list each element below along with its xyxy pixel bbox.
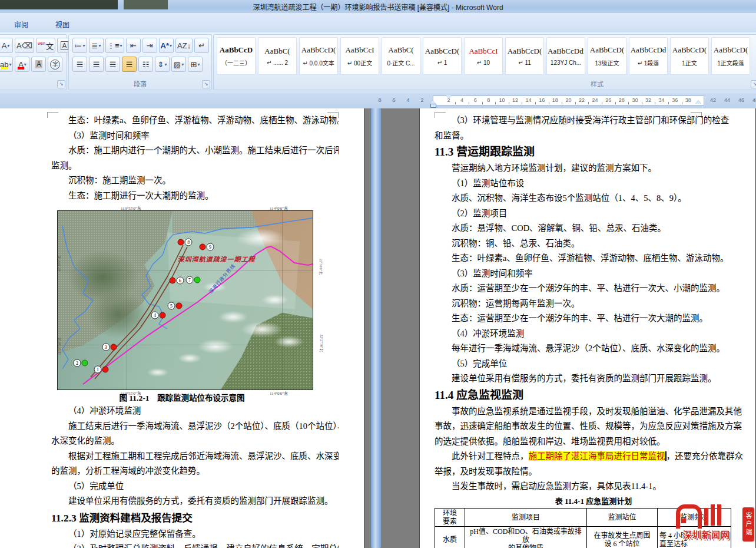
- styles-group: AaBbCcD（一二三）AaBbC(↵ ...... 2AaBbCcD(↵ 0.…: [213, 34, 756, 90]
- highlight-color-icon[interactable]: ab▾: [0, 57, 13, 72]
- align-right-icon[interactable]: ☰: [105, 57, 120, 72]
- watermark-client-badge: 客户端: [742, 507, 755, 542]
- increase-indent-icon[interactable]: ⇥: [142, 38, 157, 53]
- phonetic-guide-icon[interactable]: wén文: [36, 38, 55, 53]
- sort-icon[interactable]: AZ↓: [175, 38, 193, 53]
- station-marker-3: [110, 344, 117, 350]
- paragraph-dialog-launcher[interactable]: ↘: [202, 80, 210, 88]
- heading-line: 11.3 营运期跟踪监测: [435, 143, 752, 161]
- table-header: 环境 要素: [435, 508, 465, 526]
- ruler-number: 42: [710, 97, 716, 103]
- font-color-icon[interactable]: A▾: [15, 57, 29, 72]
- style-item-1[interactable]: AaBbCcD（一二三）: [217, 37, 256, 75]
- ruler-number: 20: [565, 97, 571, 103]
- style-item-8[interactable]: AaBbCcD(↵ 11: [505, 37, 544, 75]
- map-project-label: 深圳湾航道疏浚一期工程: [178, 254, 256, 263]
- style-item-7[interactable]: AaBbCcI↵ 10: [464, 37, 503, 75]
- style-item-5[interactable]: AaBbC(0-正文 C...: [382, 37, 420, 75]
- map-latitude-label: 22°27'30"北: [319, 335, 324, 352]
- paragraph-group-label: 段落: [69, 79, 211, 88]
- page-left[interactable]: 生态：叶绿素a、鱼卵仔鱼、浮游植物、浮游动物、底栖生物、游泳动物。（3）监测时间…: [0, 108, 364, 548]
- line-spacing-icon[interactable]: ⇕▾: [155, 57, 170, 72]
- ribbon-tab-row: 审阅 视图: [0, 13, 756, 32]
- style-item-11[interactable]: AaBbCcDd↵ 1段落: [629, 37, 668, 75]
- text-line: （4）冲淤环境监测: [435, 326, 752, 342]
- style-item-9[interactable]: AaBbCcDdI123YJ Ch...: [546, 37, 585, 75]
- map-latitude-label: 22°27'30"北: [57, 338, 62, 355]
- ruler-number: 34: [659, 97, 665, 103]
- first-line-indent-marker[interactable]: [446, 95, 452, 99]
- style-item-12[interactable]: AaBbCcD(1正文: [670, 37, 709, 75]
- change-case-icon[interactable]: A▾: [0, 38, 13, 53]
- station-marker-5: [176, 302, 183, 309]
- word-window: 深圳湾航道疏浚工程（一期）环境影响报告书送审稿 [兼容模式] - Microso…: [0, 0, 756, 548]
- ruler-number: 8: [378, 97, 381, 103]
- text-line: 水质：施工期内进行一个潮期的大、小潮监测。施工结束后进行一次后评估: [51, 143, 339, 159]
- ribbon: A▾A⌫wén文A ab▾A▾A字 ↘ ≔▾≣▾⋮≡▾⇤⇥A*▾AZ↓↵ ☰☰☰…: [0, 32, 756, 93]
- watermark-logo-icon: [704, 504, 721, 526]
- text-line: 水深变化的监测。: [51, 434, 339, 449]
- character-shading-icon[interactable]: A: [31, 57, 46, 72]
- style-item-13[interactable]: AaBbCcD(1正文段落: [711, 37, 750, 75]
- styles-group-label: 样式: [591, 79, 604, 88]
- station-number-2: 2: [73, 359, 81, 367]
- ruler-number: 32: [645, 97, 651, 103]
- style-item-3[interactable]: AaBbCcD(↵ 0.0.0文本: [299, 37, 338, 75]
- page-right[interactable]: （3）环境管理与监测情况应随时接受海洋行政主管部门和环保部门的检查和监督。11.…: [419, 108, 756, 548]
- watermark-logo-icon: [676, 504, 702, 529]
- bullets-icon[interactable]: ≔▾: [72, 38, 87, 53]
- station-number-1: 1: [94, 366, 101, 374]
- decrease-indent-icon[interactable]: ⇤: [126, 38, 141, 53]
- justify-icon[interactable]: ☰: [122, 57, 137, 72]
- clear-formatting-icon[interactable]: A⌫: [15, 38, 34, 53]
- style-item-10[interactable]: AaBbCcD(13级正文: [588, 37, 626, 75]
- text-line: 沉积物：施工期监测一次。: [51, 173, 339, 189]
- multilevel-list-icon[interactable]: ⋮≡▾: [105, 38, 124, 53]
- paragraph-group: ≔▾≣▾⋮≡▾⇤⇥A*▾AZ↓↵ ☰☰☰☰☷⇕▾▨▾⊞▾ 段落 ↘: [68, 34, 212, 90]
- text-line: （3）环境管理与监测情况应随时接受海洋行政主管部门和环保部门的检查: [435, 113, 752, 128]
- align-center-icon[interactable]: ☰: [89, 57, 104, 72]
- tab-view[interactable]: 视图: [51, 18, 74, 31]
- style-item-4[interactable]: AaBbCcI↵ 00正文: [340, 37, 379, 75]
- text-line: 每年进行一季海域海流、悬浮泥沙（2个站位）、底质、水深变化的监测。: [435, 341, 752, 356]
- show-marks-icon[interactable]: ↵: [194, 38, 209, 53]
- figure-caption: 图 11.2-1 跟踪监测站位布设示意图: [0, 391, 364, 403]
- distributed-icon[interactable]: ☷: [138, 57, 153, 72]
- font-group: A▾A⌫wén文A ab▾A▾A字 ↘: [0, 34, 67, 90]
- numbering-icon[interactable]: ≣▾: [89, 38, 104, 53]
- station-number-8: 8: [185, 239, 193, 246]
- ruler-number: 26: [605, 97, 611, 103]
- font-dialog-launcher[interactable]: ↘: [57, 80, 65, 88]
- text-line: 水质：运营期至少在一个潮汐年的丰、平、枯进行一次大、小潮的监测。: [435, 281, 752, 296]
- text-line: 生态：叶绿素a、鱼卵仔鱼、浮游植物、浮游动物、底栖生物、游泳动物。: [435, 251, 752, 266]
- tab-review[interactable]: 审阅: [9, 18, 33, 31]
- shading-icon[interactable]: ▨▾: [171, 57, 186, 72]
- enclose-characters-icon[interactable]: 字: [48, 57, 62, 72]
- left-indent-marker[interactable]: [430, 104, 436, 108]
- window-title: 深圳湾航道疏浚工程（一期）环境影响报告书送审稿 [兼容模式] - Microso…: [0, 2, 756, 12]
- map-latitude-label: 22°30'0"北: [319, 259, 324, 275]
- ruler-number: 36: [672, 97, 678, 103]
- ruler-number: 24: [592, 97, 598, 103]
- style-item-6[interactable]: AaBbCcD(↵ 1: [423, 37, 462, 75]
- station-marker-9: [199, 243, 205, 250]
- station-marker-1: [102, 367, 108, 373]
- text-line: 沉积物：运营期每两年监测一次。: [435, 296, 752, 312]
- text-line: 建设单位采用有偿服务的方式，委托有资质的监测部门开展跟踪监测。: [51, 494, 339, 509]
- satellite-map: 深圳湾航道疏浚一期工程 深港行政分界线 123456789: [57, 210, 313, 390]
- borders-icon[interactable]: ⊞▾: [188, 57, 203, 72]
- table-header: 监测站位: [587, 508, 658, 526]
- text-line: 当发生事故时，需启动应急监测方案，具体见表11.4-1。: [435, 479, 752, 494]
- text-line: （3）监测时间和频率: [435, 266, 752, 282]
- table-cell: 水质: [435, 526, 465, 548]
- right-indent-marker[interactable]: [695, 100, 701, 104]
- horizontal-ruler[interactable]: 8642246810121416182022242628303234363842…: [0, 93, 756, 109]
- page-gap-bar: [371, 108, 381, 548]
- text-line: 营运期纳入地方环境监测计划，建议的监测方案如下。: [435, 161, 752, 176]
- style-item-2[interactable]: AaBbC(↵ ...... 2: [258, 37, 297, 75]
- styles-dialog-launcher[interactable]: ↘: [751, 80, 756, 88]
- align-left-icon[interactable]: ☰: [72, 57, 87, 72]
- asian-layout-icon[interactable]: A*▾: [159, 38, 174, 53]
- text-line: 的监测，分析工程海域的冲淤变化趋势。: [51, 464, 339, 479]
- map-longitude-label: 114°0'0"东: [270, 205, 288, 211]
